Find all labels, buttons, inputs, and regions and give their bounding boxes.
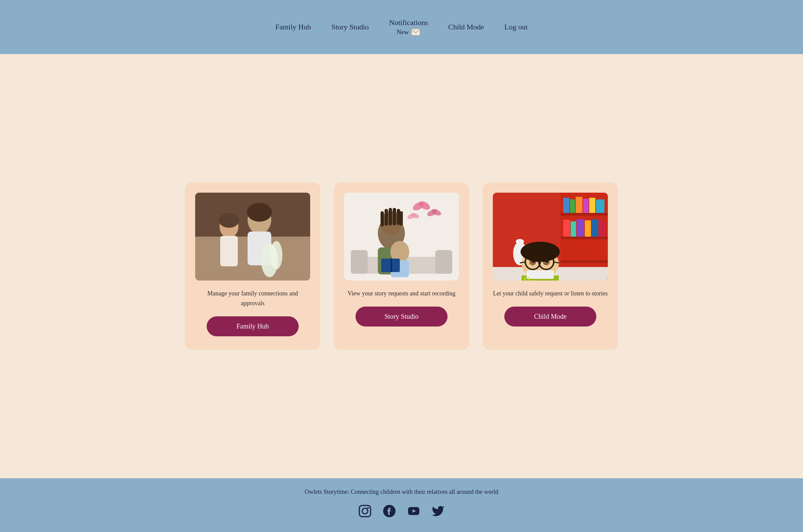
svg-rect-49 [577, 219, 584, 236]
envelope-icon [411, 28, 420, 36]
svg-rect-34 [381, 259, 400, 272]
svg-rect-46 [596, 200, 604, 213]
family-hub-desc: Manage your family connections and appro… [195, 289, 310, 308]
nav-notifications[interactable]: Notifications [389, 18, 428, 27]
instagram-icon[interactable] [358, 504, 372, 518]
svg-rect-29 [393, 208, 396, 225]
svg-rect-48 [571, 222, 576, 236]
svg-rect-21 [351, 250, 368, 274]
site-header: Family Hub Story Studio Notifications Ne… [0, 0, 803, 54]
child-mode-desc: Let your child safely request or listen … [493, 289, 608, 299]
svg-rect-31 [400, 211, 403, 225]
svg-rect-50 [585, 221, 591, 236]
family-hub-button[interactable]: Family Hub [207, 316, 299, 336]
svg-rect-51 [591, 220, 598, 236]
svg-rect-30 [397, 209, 400, 225]
svg-rect-42 [570, 200, 575, 213]
story-studio-image [344, 193, 459, 281]
social-icons-container [358, 504, 445, 518]
svg-point-72 [362, 508, 368, 514]
svg-rect-0 [411, 29, 420, 36]
facebook-icon[interactable] [382, 504, 397, 518]
svg-point-9 [270, 241, 282, 269]
svg-rect-45 [589, 198, 595, 213]
svg-rect-40 [561, 260, 608, 263]
site-footer: Owlets Storytime: Connecting children wi… [0, 478, 803, 532]
footer-tagline: Owlets Storytime: Connecting children wi… [305, 488, 498, 495]
nav-family-hub[interactable]: Family Hub [275, 23, 311, 32]
svg-rect-28 [389, 208, 392, 225]
svg-rect-68 [527, 270, 554, 279]
story-studio-button[interactable]: Story Studio [355, 307, 448, 326]
family-hub-image [195, 193, 310, 281]
child-mode-image [493, 193, 608, 281]
main-nav: Family Hub Story Studio Notifications Ne… [275, 18, 528, 36]
svg-rect-22 [435, 250, 452, 274]
svg-rect-35 [391, 259, 392, 272]
svg-rect-39 [561, 236, 608, 239]
svg-rect-26 [381, 211, 384, 226]
svg-rect-43 [576, 197, 582, 213]
svg-point-73 [367, 507, 369, 509]
svg-rect-41 [563, 198, 569, 213]
card-story-studio: View your story requests and start recor… [334, 183, 469, 350]
svg-rect-44 [583, 199, 588, 213]
card-family-hub: Manage your family connections and appro… [185, 183, 320, 350]
youtube-icon[interactable] [406, 504, 421, 518]
story-studio-desc: View your story requests and start recor… [348, 289, 456, 299]
svg-point-54 [516, 239, 524, 244]
nav-notifications-wrapper: Notifications New [389, 18, 428, 36]
svg-rect-52 [599, 221, 605, 236]
svg-rect-47 [563, 220, 570, 236]
svg-rect-7 [220, 236, 238, 266]
main-content: Manage your family connections and appro… [0, 54, 803, 478]
nav-child-mode[interactable]: Child Mode [448, 23, 484, 32]
svg-point-66 [521, 242, 560, 262]
svg-point-11 [219, 213, 239, 228]
svg-rect-27 [385, 209, 388, 226]
svg-rect-71 [359, 505, 370, 516]
twitter-icon[interactable] [431, 504, 445, 518]
child-mode-button[interactable]: Child Mode [504, 307, 596, 326]
card-child-mode: Let your child safely request or listen … [483, 183, 618, 350]
svg-point-10 [247, 203, 272, 222]
notifications-badge[interactable]: New [397, 28, 420, 36]
nav-logout[interactable]: Log out [504, 23, 528, 32]
cards-container: Manage your family connections and appro… [182, 183, 621, 350]
svg-rect-38 [561, 213, 608, 216]
nav-story-studio[interactable]: Story Studio [331, 23, 369, 32]
